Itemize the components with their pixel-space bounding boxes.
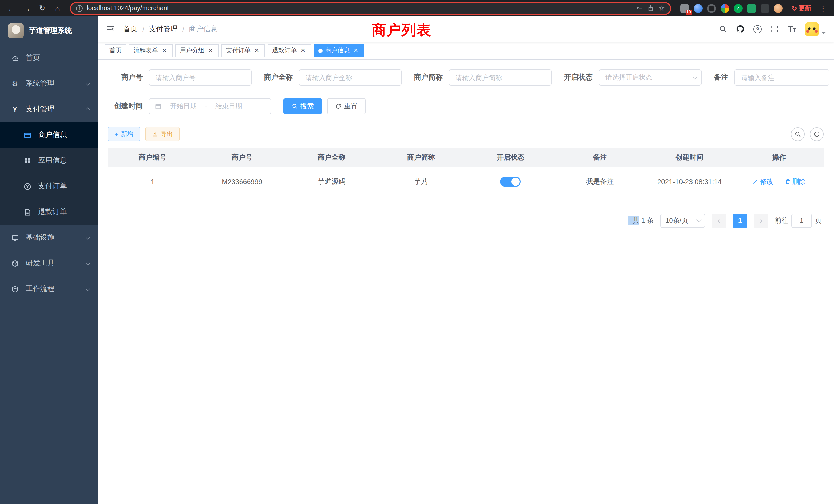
- address-bar[interactable]: i localhost:1024/pay/merchant ☆: [70, 2, 671, 15]
- add-button[interactable]: + 新增: [108, 127, 140, 141]
- search-button[interactable]: 搜索: [284, 98, 322, 114]
- reload-button[interactable]: ↻: [36, 2, 48, 14]
- col-merchant-no: 商户号: [197, 148, 287, 167]
- close-icon[interactable]: ✕: [352, 47, 359, 54]
- date-end-placeholder: 结束日期: [210, 101, 247, 111]
- sidebar-item-system[interactable]: ⚙ 系统管理: [0, 71, 97, 96]
- sidebar-item-merchant-info[interactable]: 商户信息: [0, 122, 97, 148]
- remark-input[interactable]: [734, 69, 829, 86]
- extension-color-icon[interactable]: [720, 4, 729, 13]
- breadcrumb: 首页 / 支付管理 / 商户信息: [123, 24, 218, 33]
- navbar-actions: ? TT: [719, 22, 826, 36]
- share-icon[interactable]: [647, 5, 654, 12]
- sidebar: 芋道管理系统 首页 ⚙ 系统管理 ¥ 支付管理: [0, 17, 97, 504]
- prev-page-button[interactable]: ‹: [712, 213, 726, 228]
- sidebar-item-infrastructure[interactable]: 基础设施: [0, 225, 97, 250]
- sidebar-item-payment[interactable]: ¥ 支付管理: [0, 96, 97, 122]
- reset-button[interactable]: 重置: [327, 98, 366, 114]
- chevron-down-icon: [86, 261, 90, 266]
- url-text[interactable]: localhost:1024/pay/merchant: [87, 5, 632, 12]
- refresh-list-button[interactable]: [810, 127, 824, 141]
- extension-check-icon[interactable]: ✓: [733, 4, 742, 13]
- cell-merchant-id: 1: [108, 167, 197, 197]
- app-logo: [8, 23, 24, 39]
- hide-search-button[interactable]: [791, 127, 805, 141]
- plus-icon: +: [114, 131, 118, 137]
- sidebar-item-app-info[interactable]: 应用信息: [0, 148, 97, 174]
- table-row: 1 M233666999 芋道源码 芋艿 我是备注 2021-10-23 08:…: [108, 167, 824, 197]
- chevron-down-icon: [692, 74, 697, 79]
- export-button[interactable]: 导出: [145, 127, 179, 141]
- close-icon[interactable]: ✕: [161, 47, 168, 54]
- page-number-button[interactable]: 1: [733, 213, 747, 228]
- chevron-down-icon: [696, 217, 702, 222]
- goto-page-input[interactable]: [791, 213, 812, 228]
- browser-update-button[interactable]: ↻更新: [789, 4, 814, 13]
- next-page-button[interactable]: ›: [754, 213, 768, 228]
- filter-row-2: 创建时间 开始日期 - 结束日期 搜索 重置: [108, 98, 824, 114]
- close-icon[interactable]: ✕: [253, 47, 260, 54]
- app-logo-row[interactable]: 芋道管理系统: [0, 17, 97, 45]
- tab-merchant-info[interactable]: 商户信息✕: [314, 44, 364, 57]
- filter-row-1: 商户号 商户全称 商户简称 开启状态 请选择开启状态: [108, 69, 824, 86]
- fullscreen-icon[interactable]: [770, 25, 779, 33]
- font-size-icon[interactable]: TT: [788, 25, 796, 33]
- tab-pay-order[interactable]: 支付订单✕: [221, 44, 265, 57]
- bookmark-star-icon[interactable]: ☆: [658, 5, 665, 12]
- user-avatar[interactable]: [805, 22, 819, 36]
- site-info-icon[interactable]: i: [76, 5, 83, 12]
- sidebar-item-label: 工作流程: [26, 284, 54, 294]
- breadcrumb-separator: /: [182, 25, 184, 33]
- tab-user-group[interactable]: 用户分组✕: [175, 44, 219, 57]
- user-menu[interactable]: [805, 22, 826, 36]
- extension-pinned-icon[interactable]: 10: [680, 4, 689, 13]
- sidebar-item-dev-tools[interactable]: 研发工具: [0, 250, 97, 276]
- home-button[interactable]: ⌂: [51, 2, 64, 14]
- sidebar-item-label: 退款订单: [38, 207, 67, 216]
- status-select[interactable]: 请选择开启状态: [599, 69, 702, 86]
- sidebar-item-home[interactable]: 首页: [0, 45, 97, 71]
- create-time-range-picker[interactable]: 开始日期 - 结束日期: [149, 98, 271, 114]
- forward-button[interactable]: →: [21, 2, 33, 14]
- full-name-input[interactable]: [299, 69, 401, 86]
- document-icon: [23, 208, 32, 216]
- monitor-icon: [10, 234, 20, 242]
- extension-puzzle-icon[interactable]: [760, 4, 769, 13]
- tab-process-form[interactable]: 流程表单✕: [129, 44, 173, 57]
- page-size-select[interactable]: 10条/页: [660, 213, 705, 228]
- search-icon: [292, 103, 298, 109]
- edit-link[interactable]: 修改: [752, 177, 773, 186]
- breadcrumb-payment[interactable]: 支付管理: [149, 24, 178, 33]
- extension-note-icon[interactable]: [747, 4, 756, 13]
- download-icon: [152, 131, 158, 137]
- col-full-name: 商户全称: [287, 148, 376, 167]
- back-button[interactable]: ←: [5, 2, 18, 14]
- tab-refund-order[interactable]: 退款订单✕: [267, 44, 311, 57]
- search-icon[interactable]: [719, 25, 727, 33]
- hamburger-icon[interactable]: [106, 24, 115, 33]
- close-icon[interactable]: ✕: [300, 47, 307, 54]
- short-name-input[interactable]: [449, 69, 552, 86]
- goto-page: 前往 页: [775, 213, 822, 228]
- password-key-icon[interactable]: [636, 5, 643, 12]
- sidebar-item-refund-order[interactable]: 退款订单: [0, 199, 97, 225]
- extension-ring-icon[interactable]: [707, 4, 716, 13]
- browser-profile-avatar[interactable]: [774, 4, 783, 13]
- active-dot-icon: [319, 48, 323, 53]
- extension-drop-icon[interactable]: [694, 4, 702, 13]
- breadcrumb-home[interactable]: 首页: [123, 24, 138, 33]
- browser-menu-kebab-icon[interactable]: ⋮: [817, 4, 829, 12]
- tab-home[interactable]: 首页: [105, 44, 126, 57]
- merchant-no-input[interactable]: [149, 69, 251, 86]
- github-icon[interactable]: [736, 25, 745, 33]
- status-toggle[interactable]: [500, 177, 521, 187]
- sidebar-item-workflow[interactable]: 工作流程: [0, 276, 97, 302]
- sidebar-item-label: 应用信息: [38, 156, 67, 165]
- merchant-table: 商户编号 商户号 商户全称 商户简称 开启状态 备注 创建时间 操作 1: [108, 148, 824, 197]
- chevron-down-icon: [86, 82, 90, 86]
- delete-link[interactable]: 删除: [785, 177, 806, 186]
- close-icon[interactable]: ✕: [207, 47, 214, 54]
- box-icon: [10, 259, 20, 267]
- sidebar-item-pay-order[interactable]: 支付订单: [0, 174, 97, 199]
- help-icon[interactable]: ?: [753, 25, 762, 33]
